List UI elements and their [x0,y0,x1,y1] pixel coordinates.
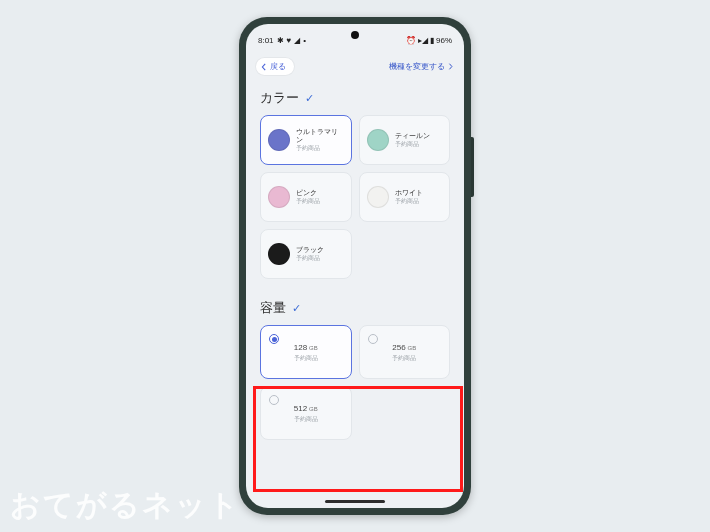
storage-title-text: 容量 [260,299,286,317]
color-sub: 予約商品 [395,141,430,147]
color-option-ultramarine[interactable]: ウルトラマリン予約商品 [260,115,352,165]
storage-section: 容量 ✓ 128GB 予約商品 256GB 予約商品 512GB 予約商品 [246,289,464,440]
storage-option-256[interactable]: 256GB 予約商品 [359,325,451,379]
color-name: ティールン [395,132,430,140]
phone-frame: 8:01 ✱ ♥ ◢ • ⏰ ▸◢ ▮ 96% 戻る 機種を変更する [239,17,471,515]
storage-section-title: 容量 ✓ [260,299,450,317]
front-camera [351,31,359,39]
status-time: 8:01 [258,36,274,45]
color-option-pink[interactable]: ピンク予約商品 [260,172,352,222]
heart-icon: ♥ [287,36,292,45]
swatch-black [268,243,290,265]
signal-icon: ◢ [294,36,300,45]
color-name: ピンク [296,189,320,197]
color-title-text: カラー [260,89,299,107]
color-section: カラー ✓ ウルトラマリン予約商品 ティールン予約商品 ピンク予約商品 [246,79,464,279]
dot-icon: • [303,36,306,45]
swatch-pink [268,186,290,208]
radio-icon [269,395,279,405]
storage-sub: 予約商品 [294,416,318,423]
check-icon: ✓ [292,302,301,315]
change-model-label: 機種を変更する [389,61,445,72]
color-sub: 予約商品 [395,198,423,204]
battery-pct: 96% [436,36,452,45]
storage-grid: 128GB 予約商品 256GB 予約商品 512GB 予約商品 [260,325,450,440]
top-bar: 戻る 機種を変更する [246,52,464,79]
swatch-white [367,186,389,208]
wifi-icon: ▸◢ [418,36,428,45]
color-section-title: カラー ✓ [260,89,450,107]
color-option-white[interactable]: ホワイト予約商品 [359,172,451,222]
storage-size: 512 [294,404,307,413]
watermark: おてがるネット [10,485,241,526]
screen: 8:01 ✱ ♥ ◢ • ⏰ ▸◢ ▮ 96% 戻る 機種を変更する [246,24,464,508]
storage-option-512[interactable]: 512GB 予約商品 [260,386,352,440]
color-name: ブラック [296,246,324,254]
alarm-icon: ⏰ [406,36,416,45]
color-sub: 予約商品 [296,198,320,204]
radio-icon [368,334,378,344]
battery-icon: ▮ [430,36,434,45]
back-button[interactable]: 戻る [256,58,294,75]
color-name: ウルトラマリン [296,128,344,144]
storage-option-128[interactable]: 128GB 予約商品 [260,325,352,379]
color-sub: 予約商品 [296,145,344,151]
back-label: 戻る [270,61,286,72]
storage-unit: GB [309,406,318,412]
storage-size: 256 [392,343,405,352]
color-name: ホワイト [395,189,423,197]
storage-size: 128 [294,343,307,352]
color-option-teal[interactable]: ティールン予約商品 [359,115,451,165]
color-grid: ウルトラマリン予約商品 ティールン予約商品 ピンク予約商品 ホワイト予約商品 ブ… [260,115,450,279]
swatch-teal [367,129,389,151]
home-indicator[interactable] [325,500,385,503]
color-option-black[interactable]: ブラック予約商品 [260,229,352,279]
storage-unit: GB [309,345,318,351]
radio-icon [269,334,279,344]
change-model-link[interactable]: 機種を変更する [389,61,454,72]
color-sub: 予約商品 [296,255,324,261]
chevron-right-icon [447,63,454,70]
storage-sub: 予約商品 [294,355,318,362]
notif-icon: ✱ [277,36,284,45]
swatch-ultramarine [268,129,290,151]
check-icon: ✓ [305,92,314,105]
storage-unit: GB [408,345,417,351]
storage-sub: 予約商品 [392,355,416,362]
chevron-left-icon [260,63,268,71]
